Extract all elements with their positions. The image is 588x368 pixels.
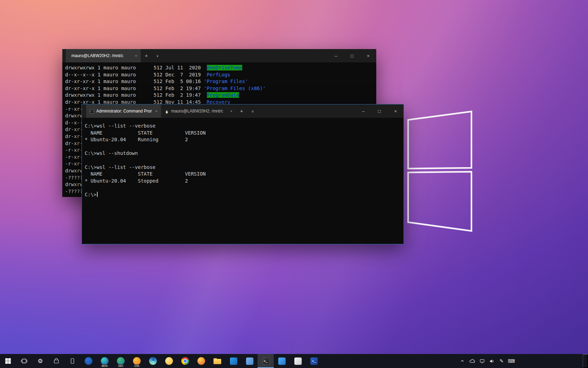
- chrome-icon: [181, 357, 189, 365]
- console-line: NAME STATE VERSION: [85, 171, 404, 178]
- taskbar-notepad-button[interactable]: [290, 354, 306, 368]
- taskbar-edge-button[interactable]: [145, 354, 161, 368]
- taskbar-windows-terminal-button[interactable]: >_: [258, 354, 274, 368]
- maximize-button[interactable]: □: [371, 104, 387, 118]
- titlebar[interactable]: mauro@LABW20H2: /mnt/c × + ∨ – □ ×: [62, 49, 376, 62]
- new-tab-button[interactable]: +: [236, 104, 247, 118]
- taskbar-photos-button[interactable]: [274, 354, 290, 368]
- settings-icon: ⚙: [37, 358, 43, 364]
- tab-wsl[interactable]: mauro@LABW20H2: /mnt/c ×: [66, 49, 141, 62]
- taskbar-chrome-button[interactable]: [177, 354, 193, 368]
- ls-line: drwxrwxrwx 1 mauro mauro 512 Feb 2 19:47…: [65, 92, 376, 99]
- taskbar-edge-dev-button[interactable]: DEV: [113, 354, 129, 368]
- svg-text:C:\: C:\: [90, 110, 94, 112]
- tray-hidden-icons-chevron-button[interactable]: [457, 354, 467, 368]
- console-line: C:\>wsl --list --verbose: [85, 123, 404, 130]
- notepad-icon: [294, 357, 302, 365]
- tab-wsl[interactable]: mauro@LABW20H2: /mnt/c×: [161, 104, 236, 118]
- taskbar-microsoft-store-button[interactable]: [48, 354, 64, 368]
- ls-line: drwxrwxrwx 1 mauro mauro 512 Jul 11 2020…: [65, 64, 376, 71]
- tab-dropdown-button[interactable]: ∨: [247, 104, 258, 118]
- tray-pen-button[interactable]: ✎: [497, 354, 506, 368]
- movies-tv-icon: [246, 357, 253, 365]
- close-tab-icon[interactable]: ×: [154, 109, 159, 114]
- maximize-button[interactable]: □: [344, 49, 360, 62]
- start-button[interactable]: [0, 354, 16, 368]
- tray-network-button[interactable]: [477, 354, 487, 368]
- console-text: * Ubuntu-20.04 Stopped 2: [85, 178, 188, 184]
- cmd-icon: C:\: [90, 109, 94, 114]
- file-name: 'Program Files': [204, 79, 248, 84]
- taskbar-movies-tv-button[interactable]: [241, 354, 258, 368]
- close-tab-icon[interactable]: ×: [229, 109, 234, 114]
- ls-line: dr-xr-xr-x 1 mauro mauro 512 Feb 5 08:16…: [65, 78, 376, 85]
- close-button[interactable]: ×: [387, 104, 404, 118]
- console-line: C:\>wsl --list --verbose: [85, 164, 404, 171]
- cortana-icon: [85, 357, 92, 365]
- edge-beta-icon: [101, 357, 108, 365]
- file-name: 'Program Files (x86)': [204, 86, 266, 91]
- tab-command-prompt[interactable]: C:\Administrator: Command Prompt×: [86, 104, 161, 118]
- text-cursor: [97, 192, 98, 197]
- taskbar-edge-canary-button[interactable]: CAN: [129, 354, 145, 368]
- tray-touch-keyboard-button[interactable]: ⌨: [506, 354, 516, 368]
- terminal-window-front[interactable]: C:\Administrator: Command Prompt×mauro@L…: [82, 104, 404, 244]
- console-text: C:\>wsl --list --verbose: [85, 164, 155, 170]
- close-tab-icon[interactable]: ×: [134, 53, 139, 58]
- visual-studio-code-icon: [230, 357, 237, 365]
- taskbar-cortana-button[interactable]: [80, 354, 97, 368]
- taskbar-apps: ⚙BETADEVCAN>_>_: [0, 354, 322, 368]
- close-button[interactable]: ×: [360, 49, 376, 62]
- start-icon: [5, 358, 11, 364]
- file-name: ProgramData: [207, 92, 239, 98]
- console-line: [85, 143, 404, 150]
- system-tray: ✎⌨: [457, 354, 516, 368]
- windows-terminal-icon: >_: [262, 357, 270, 365]
- volume-icon: [489, 359, 495, 364]
- console-line: C:\>: [85, 191, 404, 198]
- ls-permissions-text: drwxrwxrwx 1 mauro mauro 512 Jul 11 2020: [65, 65, 207, 70]
- console-line: [85, 157, 404, 164]
- hidden-icons-chevron-icon: [460, 359, 464, 363]
- taskbar-firefox-button[interactable]: [193, 354, 209, 368]
- console-line: [85, 184, 404, 191]
- onedrive-icon: [469, 358, 475, 364]
- tray-volume-button[interactable]: [487, 354, 497, 368]
- taskbar-your-phone-button[interactable]: [64, 354, 80, 368]
- taskbar-chrome-canary-button[interactable]: [161, 354, 177, 368]
- tab-title: mauro@LABW20H2: /mnt/c: [71, 53, 132, 58]
- titlebar-drag-area[interactable]: [163, 49, 328, 62]
- file-explorer-icon: [214, 358, 221, 364]
- taskbar-task-view-button[interactable]: [16, 354, 32, 368]
- task-view-icon: [21, 358, 27, 364]
- tray-onedrive-button[interactable]: [467, 354, 477, 368]
- show-desktop-button[interactable]: [583, 354, 588, 368]
- console-output[interactable]: C:\>wsl --list --verbose NAME STATE VERS…: [82, 118, 404, 244]
- photos-icon: [278, 357, 286, 365]
- tab-strip: C:\Administrator: Command Prompt×mauro@L…: [86, 104, 236, 118]
- console-text: C:\>wsl --list --verbose: [85, 123, 155, 129]
- tab-title: mauro@LABW20H2: /mnt/c: [171, 109, 227, 114]
- console-text: NAME STATE VERSION: [85, 171, 206, 177]
- taskbar-file-explorer-button[interactable]: [209, 354, 225, 368]
- tab-title: Administrator: Command Prompt: [96, 109, 152, 114]
- edge-beta-badge: BETA: [101, 364, 108, 367]
- tab-dropdown-button[interactable]: ∨: [152, 49, 163, 62]
- console-line: C:\>wsl --shutdown: [85, 150, 404, 157]
- taskbar-powershell-button[interactable]: >_: [306, 354, 322, 368]
- minimize-button[interactable]: –: [355, 104, 371, 118]
- edge-dev-badge: DEV: [118, 364, 124, 367]
- minimize-button[interactable]: –: [328, 49, 344, 62]
- touch-keyboard-icon: ⌨: [508, 359, 515, 363]
- console-line: * Ubuntu-20.04 Running 2: [85, 136, 404, 143]
- taskbar-visual-studio-code-button[interactable]: [225, 354, 241, 368]
- new-tab-button[interactable]: +: [141, 49, 152, 62]
- titlebar[interactable]: C:\Administrator: Command Prompt×mauro@L…: [82, 104, 404, 118]
- desktop[interactable]: mauro@LABW20H2: /mnt/c × + ∨ – □ × drwxr…: [0, 0, 588, 368]
- edge-canary-icon: [133, 357, 141, 365]
- taskbar-edge-beta-button[interactable]: BETA: [97, 354, 113, 368]
- titlebar-drag-area[interactable]: [258, 104, 355, 118]
- ls-line: d--x--x--x 1 mauro mauro 512 Dec 7 2019 …: [65, 71, 376, 79]
- taskbar-settings-button[interactable]: ⚙: [32, 354, 48, 368]
- ls-permissions-text: drwxrwxrwx 1 mauro mauro 512 Feb 2 19:47: [65, 92, 207, 98]
